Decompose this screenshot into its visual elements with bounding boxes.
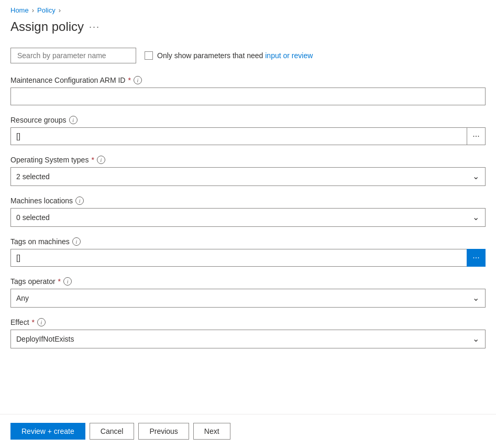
filter-checkbox-label[interactable]: Only show parameters that need input or … [157, 51, 313, 60]
filter-label-highlight: input or review [265, 51, 313, 60]
maintenance-config-input[interactable] [10, 88, 486, 105]
effect-required: * [32, 318, 35, 326]
machine-locations-label-text: Machines locations [10, 196, 73, 205]
maintenance-config-label-text: Maintenance Configuration ARM ID [10, 76, 125, 84]
tags-on-machines-info-icon[interactable]: i [72, 237, 81, 246]
footer: Review + create Cancel Previous Next [0, 414, 496, 448]
effect-label-text: Effect [10, 318, 29, 326]
machine-locations-dropdown[interactable]: 0 selected [10, 208, 486, 227]
page-title: Assign policy [10, 19, 84, 34]
page-header: Assign policy ··· [0, 16, 496, 42]
tags-operator-label-text: Tags operator [10, 277, 56, 286]
effect-dropdown[interactable]: DeployIfNotExists Disabled [10, 330, 486, 348]
machine-locations-group: Machines locations i 0 selected [10, 196, 486, 227]
os-types-dropdown[interactable]: 2 selected Windows Linux [10, 167, 486, 186]
os-types-info-icon[interactable]: i [97, 156, 105, 164]
os-types-label-text: Operating System types [10, 156, 89, 164]
next-button[interactable]: Next [193, 423, 230, 440]
tags-on-machines-input-group: ··· [10, 249, 486, 267]
filter-label-prefix: Only show parameters that need [157, 51, 265, 60]
breadcrumb-policy[interactable]: Policy [37, 6, 56, 14]
maintenance-config-required: * [128, 76, 130, 84]
filter-checkbox[interactable] [145, 51, 153, 60]
resource-groups-input[interactable] [10, 127, 467, 145]
effect-dropdown-wrapper: DeployIfNotExists Disabled [10, 330, 486, 348]
tags-operator-dropdown-wrapper: Any All [10, 289, 486, 308]
resource-groups-input-group: ··· [10, 127, 486, 145]
os-types-required: * [91, 156, 94, 164]
effect-group: Effect * i DeployIfNotExists Disabled [10, 318, 486, 348]
breadcrumb-separator-1: › [32, 6, 34, 14]
breadcrumb-home[interactable]: Home [10, 6, 29, 14]
tags-on-machines-group: Tags on machines i ··· [10, 237, 486, 267]
maintenance-config-info-icon[interactable]: i [134, 76, 142, 84]
tags-operator-group: Tags operator * i Any All [10, 277, 486, 308]
review-create-button[interactable]: Review + create [10, 423, 85, 440]
resource-groups-edit-button[interactable]: ··· [467, 127, 486, 145]
page-container: Home › Policy › Assign policy ··· Only s… [0, 0, 496, 448]
effect-label: Effect * i [10, 318, 486, 326]
previous-button[interactable]: Previous [138, 423, 189, 440]
maintenance-config-group: Maintenance Configuration ARM ID * i [10, 76, 486, 105]
tags-operator-label: Tags operator * i [10, 277, 486, 286]
tags-operator-dropdown[interactable]: Any All [10, 289, 486, 308]
tags-on-machines-label-text: Tags on machines [10, 237, 70, 246]
machine-locations-dropdown-wrapper: 0 selected [10, 208, 486, 227]
maintenance-config-label: Maintenance Configuration ARM ID * i [10, 76, 486, 84]
effect-info-icon[interactable]: i [37, 318, 46, 326]
resource-groups-label: Resource groups i [10, 116, 486, 124]
content-area: Only show parameters that need input or … [0, 42, 496, 414]
tags-on-machines-input[interactable] [10, 249, 467, 267]
tags-operator-required: * [58, 277, 61, 286]
os-types-label: Operating System types * i [10, 156, 486, 164]
checkbox-row: Only show parameters that need input or … [145, 51, 313, 60]
breadcrumb: Home › Policy › [0, 0, 496, 16]
filter-row: Only show parameters that need input or … [10, 48, 486, 63]
tags-on-machines-label: Tags on machines i [10, 237, 486, 246]
resource-groups-info-icon[interactable]: i [69, 116, 78, 124]
cancel-button[interactable]: Cancel [90, 423, 135, 440]
tags-on-machines-edit-button[interactable]: ··· [467, 249, 486, 267]
breadcrumb-separator-2: › [59, 6, 61, 14]
page-menu-icon[interactable]: ··· [89, 21, 100, 32]
tags-operator-info-icon[interactable]: i [63, 277, 72, 286]
os-types-dropdown-wrapper: 2 selected Windows Linux [10, 167, 486, 186]
machine-locations-info-icon[interactable]: i [75, 196, 84, 205]
os-types-group: Operating System types * i 2 selected Wi… [10, 156, 486, 186]
resource-groups-label-text: Resource groups [10, 116, 67, 124]
machine-locations-label: Machines locations i [10, 196, 486, 205]
search-input[interactable] [10, 48, 136, 63]
resource-groups-group: Resource groups i ··· [10, 116, 486, 145]
